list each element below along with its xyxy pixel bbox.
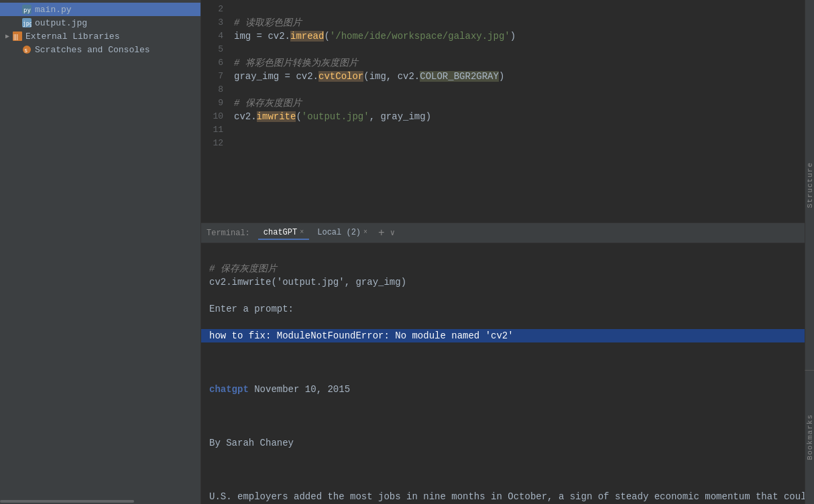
line-num-2: 2 bbox=[201, 3, 231, 16]
structure-panel[interactable]: Structure bbox=[805, 0, 814, 370]
line-num-10: 10 bbox=[201, 110, 231, 123]
terminal-add-button[interactable]: + bbox=[375, 228, 388, 239]
scratch-icon: s bbox=[21, 44, 32, 55]
terminal-date: November 10, 2015 bbox=[249, 384, 350, 395]
line-content-10: cv2.imwrite('output.jpg', gray_img) bbox=[231, 110, 805, 123]
terminal-tab-local-label: Local (2) bbox=[317, 228, 361, 237]
terminal-tab-chatgpt-label: chatGPT bbox=[264, 228, 297, 237]
code-editor: 2 3 # 读取彩色图片 4 img = cv2.imread('/home/i… bbox=[201, 0, 805, 223]
tree-item-main-py[interactable]: py main.py bbox=[0, 3, 200, 16]
terminal-chatgpt-line: chatgpt November 10, 2015 bbox=[209, 384, 350, 395]
terminal-tabs-bar: Terminal: chatGPT × Local (2) × + ∨ bbox=[201, 223, 805, 243]
line-num-7: 7 bbox=[201, 70, 231, 83]
main-editor-area: 2 3 # 读取彩色图片 4 img = cv2.imread('/home/i… bbox=[201, 0, 805, 504]
terminal-tab-chatgpt[interactable]: chatGPT × bbox=[258, 227, 309, 240]
tree-item-external-libs-label: External Libraries bbox=[25, 32, 119, 42]
line-num-12: 12 bbox=[201, 137, 231, 150]
terminal-tab-local-close[interactable]: × bbox=[363, 229, 367, 236]
tree-item-scratches[interactable]: s Scratches and Consoles bbox=[0, 43, 200, 56]
sidebar-scrollbar[interactable] bbox=[0, 499, 200, 504]
terminal-label: Terminal: bbox=[207, 229, 250, 238]
bookmarks-panel[interactable]: Bookmarks bbox=[805, 370, 814, 504]
line-num-3: 3 bbox=[201, 16, 231, 29]
image-file-icon: jpg bbox=[21, 17, 32, 28]
line-content-7: gray_img = cv2.cvtColor(img, cv2.COLOR_B… bbox=[231, 70, 805, 83]
code-line-7: 7 gray_img = cv2.cvtColor(img, cv2.COLOR… bbox=[201, 70, 805, 83]
terminal-tab-local[interactable]: Local (2) × bbox=[312, 227, 373, 240]
right-sidebars: Structure Bookmarks bbox=[805, 0, 814, 504]
terminal-dropdown-button[interactable]: ∨ bbox=[390, 228, 395, 238]
sidebar-scrollbar-thumb bbox=[0, 500, 134, 503]
line-num-6: 6 bbox=[201, 56, 231, 70]
tree-item-external-libs[interactable]: ▶ ||| External Libraries bbox=[0, 29, 200, 43]
terminal-author: By Sarah Chaney bbox=[209, 438, 294, 448]
terminal-line-cmd: cv2.imwrite('output.jpg', gray_img) bbox=[209, 277, 406, 288]
code-line-9: 9 # 保存灰度图片 bbox=[201, 97, 805, 110]
line-content-6: # 将彩色图片转换为灰度图片 bbox=[231, 56, 805, 70]
code-line-12: 12 bbox=[201, 137, 805, 150]
terminal-line-comment: # 保存灰度图片 bbox=[209, 263, 277, 274]
tree-item-scratches-label: Scratches and Consoles bbox=[35, 45, 150, 55]
terminal-line-prompt: Enter a prompt: bbox=[209, 304, 294, 314]
svg-text:py: py bbox=[23, 7, 31, 13]
terminal-body: U.S. employers added the most jobs in ni… bbox=[209, 491, 805, 504]
line-num-9: 9 bbox=[201, 97, 231, 110]
line-num-5: 5 bbox=[201, 43, 231, 56]
line-num-4: 4 bbox=[201, 29, 231, 43]
code-line-11: 11 bbox=[201, 123, 805, 137]
line-content-9: # 保存灰度图片 bbox=[231, 97, 805, 110]
tree-item-output-jpg[interactable]: jpg output.jpg bbox=[0, 16, 200, 29]
code-lines: 2 3 # 读取彩色图片 4 img = cv2.imread('/home/i… bbox=[201, 0, 805, 223]
file-tree-sidebar: py main.py jpg output.jpg ▶ ||| External… bbox=[0, 0, 201, 504]
code-line-3: 3 # 读取彩色图片 bbox=[201, 16, 805, 29]
bookmarks-label: Bookmarks bbox=[806, 414, 814, 460]
svg-text:s: s bbox=[24, 47, 27, 54]
line-content-4: img = cv2.imread('/home/ide/workspace/ga… bbox=[231, 29, 805, 43]
terminal-output[interactable]: # 保存灰度图片 cv2.imwrite('output.jpg', gray_… bbox=[201, 243, 805, 504]
terminal-tab-chatgpt-close[interactable]: × bbox=[300, 229, 304, 236]
code-line-8: 8 bbox=[201, 83, 805, 97]
code-line-10: 10 cv2.imwrite('output.jpg', gray_img) bbox=[201, 110, 805, 123]
library-icon: ||| bbox=[12, 31, 23, 42]
python-file-icon: py bbox=[21, 4, 32, 15]
code-line-6: 6 # 将彩色图片转换为灰度图片 bbox=[201, 56, 805, 70]
terminal-highlight-input[interactable]: how to fix: ModuleNotFoundError: No modu… bbox=[201, 329, 805, 342]
terminal-chatgpt-tag: chatgpt bbox=[209, 384, 249, 395]
svg-text:jpg: jpg bbox=[23, 21, 32, 27]
svg-text:|||: ||| bbox=[13, 34, 18, 40]
structure-label: Structure bbox=[806, 162, 814, 208]
code-line-5: 5 bbox=[201, 43, 805, 56]
line-num-11: 11 bbox=[201, 123, 231, 137]
tree-item-main-py-label: main.py bbox=[35, 5, 72, 15]
code-line-2: 2 bbox=[201, 3, 805, 16]
tree-item-output-jpg-label: output.jpg bbox=[35, 18, 87, 28]
expand-arrow-icon: ▶ bbox=[5, 32, 9, 40]
code-line-4: 4 img = cv2.imread('/home/ide/workspace/… bbox=[201, 29, 805, 43]
project-tree: py main.py jpg output.jpg ▶ ||| External… bbox=[0, 0, 200, 499]
terminal-area: Terminal: chatGPT × Local (2) × + ∨ # 保存… bbox=[201, 223, 805, 504]
line-num-8: 8 bbox=[201, 83, 231, 97]
line-content-3: # 读取彩色图片 bbox=[231, 16, 805, 29]
